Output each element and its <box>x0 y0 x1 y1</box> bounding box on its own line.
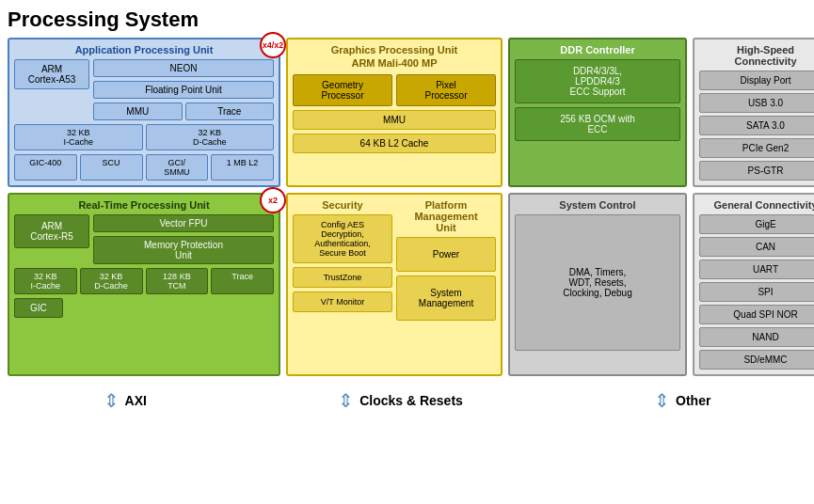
pmu-title: Platform Management Unit <box>396 199 496 233</box>
rtpu-dcache: 32 KB D-Cache <box>80 268 143 294</box>
apu-box: x4/x2 Application Processing Unit ARM Co… <box>8 38 280 187</box>
pmu-item1: Power <box>396 237 496 272</box>
sysctrl-title: System Control <box>515 199 680 211</box>
gc-item-2: UART <box>699 260 814 279</box>
gpu-mmu: MMU <box>293 110 496 130</box>
gc-item-4: Quad SPI NOR <box>699 305 814 324</box>
rtpu-icache: 32 KB I-Cache <box>14 268 77 294</box>
gc-item-5: NAND <box>699 327 814 347</box>
gpu-box: Graphics Processing Unit ARM Mali-400 MP… <box>286 38 503 187</box>
rtpu-vector-fpu: Vector FPU <box>93 214 274 232</box>
axi-icon: ⇕ <box>104 389 120 412</box>
apu-cortex-label: ARM Cortex-A53 <box>14 59 89 89</box>
security-item3: V/T Monitor <box>293 291 392 312</box>
apu-cortex: ARM Cortex-A53 <box>14 59 89 120</box>
security-item2: TrustZone <box>293 267 392 288</box>
apu-mmu: MMU <box>93 102 183 120</box>
other-icon: ⇕ <box>654 389 670 412</box>
rtpu-box: x2 Real-Time Processing Unit ARM Cortex-… <box>8 193 280 376</box>
rtpu-gic: GIC <box>14 298 63 318</box>
gc-item-6: SD/eMMC <box>699 350 814 370</box>
clocks-icon: ⇕ <box>338 389 354 412</box>
hsc-title: High-Speed Connectivity <box>699 44 814 67</box>
security-section: Security Config AES Decryption, Authenti… <box>293 199 392 324</box>
apu-badge: x4/x2 <box>260 32 286 58</box>
axi-label: AXI <box>125 393 147 408</box>
apu-fpu: Floating Point Unit <box>93 81 274 99</box>
pmu-section: Platform Management Unit Power System Ma… <box>396 199 496 324</box>
clocks-label: Clocks & Resets <box>359 393 463 408</box>
security-item1: Config AES Decryption, Authentication, S… <box>293 214 392 263</box>
apu-scu: SCU <box>80 154 143 181</box>
hsc-item-0: Display Port <box>699 71 814 90</box>
apu-icache: 32 KB I-Cache <box>14 124 143 150</box>
security-title: Security <box>293 199 392 211</box>
rtpu-mpu: Memory Protection Unit <box>93 236 274 264</box>
gc-item-0: GigE <box>699 214 814 234</box>
gpu-title: Graphics Processing Unit <box>293 44 496 55</box>
apu-gci: GCI/ SMMU <box>146 154 209 181</box>
clocks-item: ⇕ Clocks & Resets <box>338 389 463 412</box>
sysctrl-box: System Control DMA, Timers, WDT, Resets,… <box>508 193 687 376</box>
gc-item-3: SPI <box>699 282 814 302</box>
rtpu-trace: Trace <box>211 268 274 294</box>
gc-item-1: CAN <box>699 237 814 257</box>
apu-title: Application Processing Unit <box>14 44 274 55</box>
apu-gic: GIC-400 <box>14 154 77 181</box>
gc-title: General Connectivity <box>699 199 814 211</box>
gpu-subtitle: ARM Mali-400 MP <box>293 57 496 69</box>
ddr-item2: 256 KB OCM with ECC <box>515 107 680 141</box>
pmu-item2: System Management <box>396 276 496 321</box>
hsc-item-4: PS-GTR <box>699 161 814 181</box>
gpu-geo: Geometry Processor <box>293 74 392 106</box>
page-title: Processing System <box>8 8 806 32</box>
rtpu-badge: x2 <box>260 187 286 213</box>
other-label: Other <box>676 393 710 408</box>
ddr-box: DDR Controller DDR4/3/3L, LPDDR4/3 ECC S… <box>508 38 687 187</box>
page: Processing System x4/x2 Application Proc… <box>0 0 814 425</box>
apu-trace: Trace <box>185 102 275 120</box>
sysctrl-content: DMA, Timers, WDT, Resets, Clocking, Debu… <box>515 214 680 351</box>
apu-l2: 1 MB L2 <box>211 154 274 181</box>
hsc-item-1: USB 3.0 <box>699 93 814 113</box>
hsc-item-2: SATA 3.0 <box>699 116 814 135</box>
security-pmu-box: Security Config AES Decryption, Authenti… <box>286 193 503 376</box>
rtpu-tcm: 128 KB TCM <box>146 268 209 294</box>
axi-item: ⇕ AXI <box>104 389 147 412</box>
bottom-bar: ⇕ AXI ⇕ Clocks & Resets ⇕ Other <box>8 384 806 417</box>
ddr-item1: DDR4/3/3L, LPDDR4/3 ECC Support <box>515 59 680 103</box>
gpu-pixel: Pixel Processor <box>396 74 496 106</box>
gc-list: GigE CAN UART SPI Quad SPI NOR NAND SD/e… <box>699 214 814 370</box>
hsc-list: Display Port USB 3.0 SATA 3.0 PCIe Gen2 … <box>699 71 814 181</box>
gc-box: General Connectivity GigE CAN UART SPI Q… <box>693 193 814 376</box>
rtpu-cortex: ARM Cortex-R5 <box>14 214 89 248</box>
hsc-box: High-Speed Connectivity Display Port USB… <box>693 38 814 187</box>
ddr-title: DDR Controller <box>515 44 680 55</box>
gpu-cache: 64 KB L2 Cache <box>293 134 496 153</box>
rtpu-title: Real-Time Processing Unit <box>14 199 274 211</box>
other-item: ⇕ Other <box>654 389 710 412</box>
apu-dcache: 32 KB D-Cache <box>146 124 275 150</box>
hsc-item-3: PCIe Gen2 <box>699 138 814 158</box>
apu-neon: NEON <box>93 59 274 77</box>
